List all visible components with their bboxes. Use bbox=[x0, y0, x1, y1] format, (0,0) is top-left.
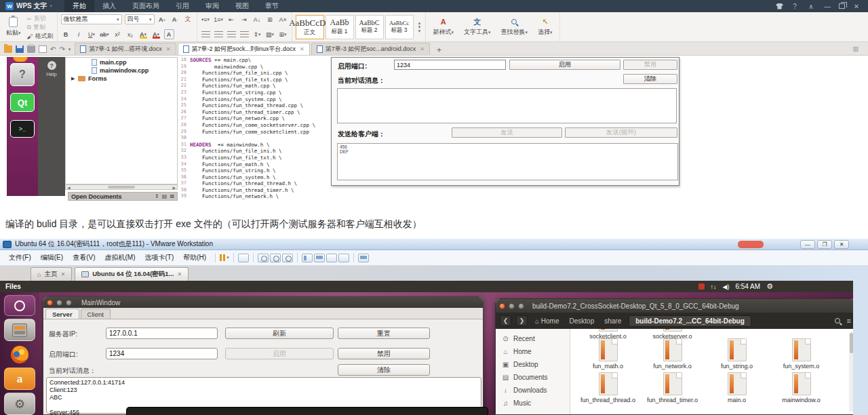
underline-icon[interactable]: U▾ bbox=[87, 29, 97, 39]
vmware-menu-item[interactable]: 帮助(H) bbox=[178, 252, 211, 264]
breadcrumb-current[interactable]: build-Demo7.2_...CC_64bit-Debug bbox=[629, 315, 751, 327]
document-tab[interactable]: 第7章-3 如何把soc...android.docx ✕ bbox=[311, 43, 430, 55]
breadcrumb-desktop[interactable]: Desktop bbox=[567, 316, 597, 326]
restore-icon[interactable] bbox=[839, 3, 845, 9]
align-left-icon[interactable] bbox=[201, 29, 211, 39]
forward-icon[interactable]: ❯ bbox=[516, 315, 528, 326]
menu-tab[interactable]: 章节 bbox=[257, 0, 287, 12]
table-borders-icon[interactable]: ⊞▾ bbox=[278, 29, 288, 39]
bullet-list-icon[interactable]: •≡▾ bbox=[201, 14, 211, 24]
open-file-icon[interactable] bbox=[4, 45, 12, 53]
file-item[interactable]: fun_thread_thread.o bbox=[576, 372, 640, 403]
close-icon[interactable]: ✕ bbox=[834, 240, 849, 249]
file-item[interactable]: fun_math.o bbox=[576, 338, 640, 370]
power-dropdown-icon[interactable]: ▾ bbox=[226, 255, 229, 260]
file-item[interactable]: main.o bbox=[705, 372, 769, 403]
snapshot-manager-icon[interactable] bbox=[282, 254, 293, 262]
enable-button[interactable]: 启用 bbox=[225, 348, 334, 359]
sidebar-item-home[interactable]: ⌂Home bbox=[502, 347, 570, 356]
vmware-menu-item[interactable]: 编辑(E) bbox=[36, 252, 68, 264]
refresh-button[interactable]: 刷新 bbox=[225, 328, 334, 339]
menu-tab[interactable]: 视图 bbox=[227, 0, 257, 12]
ubuntu-dash-icon[interactable] bbox=[4, 295, 35, 316]
save-icon[interactable] bbox=[16, 45, 24, 53]
file-item[interactable]: fun_system.o bbox=[769, 338, 833, 370]
tab-ubuntu-vm[interactable]: Ubuntu 64 位 16.04(密码1... ✕ bbox=[75, 267, 189, 281]
tab-list-icon[interactable]: ⊞ bbox=[853, 45, 859, 53]
library-panel-icon[interactable] bbox=[302, 254, 313, 262]
superscript-icon[interactable]: x² bbox=[113, 29, 123, 39]
sidebar-item-desktop[interactable]: ▣Desktop bbox=[502, 359, 570, 369]
file-item[interactable]: fun_string.o bbox=[705, 338, 769, 370]
help-icon[interactable]: ? bbox=[790, 3, 800, 10]
close-tab-icon[interactable]: ✕ bbox=[420, 46, 425, 52]
align-right-icon[interactable] bbox=[226, 29, 237, 39]
ubuntu-guest-screen[interactable]: Files ↑↓ ◀) 6:54 AM ⚙ a ⚙ bbox=[0, 281, 853, 415]
print-preview-icon[interactable] bbox=[39, 45, 47, 53]
paste-button[interactable]: 粘贴▾ bbox=[3, 14, 24, 39]
phonetic-guide-icon[interactable]: 文 bbox=[183, 14, 193, 24]
disable-button[interactable]: 禁用 bbox=[338, 348, 430, 359]
file-item[interactable]: fun_thread_timer.o bbox=[640, 372, 705, 403]
vmware-menu-item[interactable]: 查看(V) bbox=[68, 252, 100, 264]
font-size-select[interactable]: 四号▾ bbox=[125, 14, 155, 24]
search-icon[interactable] bbox=[835, 318, 840, 323]
minimize-icon[interactable] bbox=[509, 303, 515, 309]
format-painter-button[interactable]: 🖌格式刷 bbox=[27, 32, 54, 41]
maximize-icon[interactable] bbox=[66, 300, 72, 306]
shading-icon[interactable]: ▨▾ bbox=[265, 29, 275, 39]
wps-logo[interactable]: W WPS 文字 ▾ bbox=[0, 1, 58, 11]
clear-format-icon[interactable]: A× bbox=[278, 14, 288, 24]
document-page[interactable]: ? Qt >_ ? Help main.cpp mainwindow.cpp ▶… bbox=[0, 56, 868, 239]
enable-button[interactable]: 启用 bbox=[509, 60, 620, 70]
style-card[interactable]: AaBbC 标题 2 bbox=[355, 15, 384, 39]
character-shading-icon[interactable]: A bbox=[164, 29, 174, 39]
align-center-icon[interactable] bbox=[214, 29, 224, 39]
borders-icon[interactable]: ⊞ bbox=[265, 14, 275, 24]
clock[interactable]: 6:54 AM bbox=[735, 283, 760, 290]
server-ip-input[interactable] bbox=[106, 328, 218, 339]
decrease-indent-icon[interactable]: ⇤ bbox=[226, 14, 237, 24]
font-name-select[interactable]: 微软雅黑▾ bbox=[61, 14, 122, 24]
settings-launcher-icon[interactable]: ⚙ bbox=[4, 393, 35, 415]
tab-client[interactable]: Client bbox=[81, 309, 111, 319]
send-loop-button[interactable]: 发送(循环) bbox=[565, 127, 677, 138]
find-replace-button[interactable]: 查找替换▾ bbox=[498, 14, 532, 39]
close-icon[interactable]: ✕ bbox=[852, 3, 861, 10]
sidebar-item-downloads[interactable]: ↓Downloads bbox=[502, 385, 570, 395]
style-card[interactable]: AaBbCcDd 正文 bbox=[296, 15, 324, 39]
files-titlebar[interactable]: build-Demo7.2_CrossSocket-Desktop_Qt_5_8… bbox=[496, 299, 853, 313]
tab-home[interactable]: ⌂ 主页 ✕ bbox=[31, 267, 72, 281]
files-scrollbar[interactable] bbox=[849, 332, 853, 412]
minimize-icon[interactable]: — bbox=[823, 3, 832, 10]
disable-button[interactable]: 禁用 bbox=[623, 60, 677, 70]
breadcrumb-share[interactable]: share bbox=[601, 316, 624, 326]
document-tab[interactable]: 第7章-2 如何把sock...到linux平台.docx ✕ bbox=[178, 43, 310, 55]
quick-access-more-icon[interactable]: ▾ bbox=[68, 47, 71, 52]
close-icon[interactable] bbox=[499, 303, 505, 309]
network-icon[interactable]: ↑↓ bbox=[711, 283, 717, 290]
copy-button[interactable]: ⧉复制 bbox=[27, 23, 54, 32]
active-app-name[interactable]: Files bbox=[5, 283, 21, 290]
amazon-launcher-icon[interactable]: a bbox=[4, 368, 35, 390]
vmware-menu-item[interactable]: 虚拟机(M) bbox=[100, 252, 140, 264]
unity-mode-icon[interactable] bbox=[338, 254, 349, 262]
clear-button[interactable]: 清除 bbox=[338, 364, 430, 376]
menu-tab[interactable]: 审阅 bbox=[197, 0, 227, 12]
increase-font-icon[interactable]: A+ bbox=[157, 14, 167, 24]
menu-tab[interactable]: 开始 bbox=[64, 0, 94, 12]
mainwindow-titlebar[interactable]: MainWindow bbox=[43, 297, 483, 308]
console-view-icon[interactable] bbox=[314, 254, 325, 262]
file-item[interactable]: mainwindow.o bbox=[769, 372, 833, 403]
redo-icon[interactable]: ↷ bbox=[59, 45, 64, 53]
decrease-font-icon[interactable]: A- bbox=[170, 14, 180, 24]
new-document-tab-button[interactable]: + bbox=[431, 45, 447, 55]
gallery-more-icon[interactable]: ▼ bbox=[418, 29, 422, 33]
pause-icon[interactable] bbox=[220, 254, 225, 261]
file-item[interactable]: fun_network.o bbox=[640, 338, 705, 370]
minimize-icon[interactable] bbox=[56, 300, 62, 306]
increase-indent-icon[interactable]: ⇥ bbox=[239, 14, 250, 24]
restore-icon[interactable]: ❐ bbox=[817, 240, 832, 249]
vmware-menu-item[interactable]: 文件(F) bbox=[4, 252, 36, 264]
font-color-icon[interactable]: A▾ bbox=[151, 29, 161, 39]
